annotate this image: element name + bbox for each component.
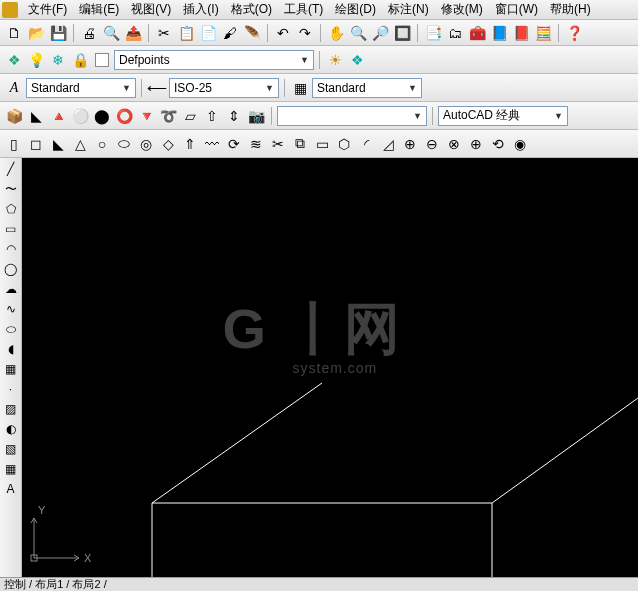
block-icon[interactable]: ▦ — [2, 360, 20, 378]
cut-icon[interactable]: ✂ — [154, 23, 174, 43]
revcloud-icon[interactable]: ☁ — [2, 280, 20, 298]
brush-icon[interactable]: 🪶 — [242, 23, 262, 43]
polysolid-icon[interactable]: ▯ — [4, 134, 24, 154]
intersect-icon[interactable]: ⊗ — [444, 134, 464, 154]
match-icon[interactable]: 🖌 — [220, 23, 240, 43]
imprint-icon[interactable]: ⬡ — [334, 134, 354, 154]
section-icon[interactable]: ⧉ — [290, 134, 310, 154]
menu-window[interactable]: 窗口(W) — [489, 0, 544, 20]
torus2-icon[interactable]: ◎ — [136, 134, 156, 154]
hatch-icon[interactable]: ▨ — [2, 400, 20, 418]
drawing-canvas[interactable]: G 丨网 system.com Y X — [22, 158, 638, 577]
freeze-icon[interactable]: ❄ — [48, 50, 68, 70]
zoom-realtime-icon[interactable]: 🔍 — [348, 23, 368, 43]
layer-color-icon[interactable] — [92, 50, 112, 70]
publish-icon[interactable]: 📤 — [123, 23, 143, 43]
layer-prev-icon[interactable]: ❖ — [347, 50, 367, 70]
bulb-icon[interactable]: 💡 — [26, 50, 46, 70]
polygon-icon[interactable]: ⬠ — [2, 200, 20, 218]
zoom-prev-icon[interactable]: 🔲 — [392, 23, 412, 43]
layer-combo[interactable]: Defpoints ▼ — [114, 50, 314, 70]
visual-style-icon[interactable]: ◉ — [510, 134, 530, 154]
subtract-icon[interactable]: ⊖ — [422, 134, 442, 154]
table-style-icon[interactable]: ▦ — [290, 78, 310, 98]
sheetset-icon[interactable]: 📘 — [489, 23, 509, 43]
text-style-combo[interactable]: Standard ▼ — [26, 78, 136, 98]
cylinder-icon[interactable]: ⬤ — [92, 106, 112, 126]
menu-tools[interactable]: 工具(T) — [278, 0, 329, 20]
plot-icon[interactable]: 🖨 — [79, 23, 99, 43]
union-icon[interactable]: ⊕ — [400, 134, 420, 154]
arc-icon[interactable]: ◠ — [2, 240, 20, 258]
zoom-window-icon[interactable]: 🔎 — [370, 23, 390, 43]
menu-insert[interactable]: 插入(I) — [177, 0, 224, 20]
point-icon[interactable]: · — [2, 380, 20, 398]
slice-icon[interactable]: ✂ — [268, 134, 288, 154]
tool-palettes-icon[interactable]: 🧰 — [467, 23, 487, 43]
revolve-icon[interactable]: ⟳ — [224, 134, 244, 154]
undo-icon[interactable]: ↶ — [273, 23, 293, 43]
menu-help[interactable]: 帮助(H) — [544, 0, 597, 20]
table-style-combo[interactable]: Standard ▼ — [312, 78, 422, 98]
helix-icon[interactable]: ➰ — [158, 106, 178, 126]
preview-icon[interactable]: 🔍 — [101, 23, 121, 43]
wedge-icon[interactable]: ◣ — [26, 106, 46, 126]
sphere2-icon[interactable]: ○ — [92, 134, 112, 154]
sphere-icon[interactable]: ⚪ — [70, 106, 90, 126]
box-icon[interactable]: 📦 — [4, 106, 24, 126]
menu-view[interactable]: 视图(V) — [125, 0, 177, 20]
rect-icon[interactable]: ▭ — [2, 220, 20, 238]
cone2-icon[interactable]: △ — [70, 134, 90, 154]
ucs-icon[interactable]: ⊕ — [466, 134, 486, 154]
layer-manager-icon[interactable]: ❖ — [4, 50, 24, 70]
mtext-icon[interactable]: A — [2, 480, 20, 498]
line-icon[interactable]: ╱ — [2, 160, 20, 178]
chamfer-icon[interactable]: ◿ — [378, 134, 398, 154]
text-style-icon[interactable]: A — [4, 78, 24, 98]
lock-icon[interactable]: 🔒 — [70, 50, 90, 70]
spline-icon[interactable]: ∿ — [2, 300, 20, 318]
wedge2-icon[interactable]: ◣ — [48, 134, 68, 154]
pyramid-icon[interactable]: 🔻 — [136, 106, 156, 126]
markup-icon[interactable]: 📕 — [511, 23, 531, 43]
ellipse-arc-icon[interactable]: ◖ — [2, 340, 20, 358]
3dorbit-icon[interactable]: ⟲ — [488, 134, 508, 154]
ellipse-icon[interactable]: ⬭ — [2, 320, 20, 338]
sweep-icon[interactable]: 〰 — [202, 134, 222, 154]
copy-icon[interactable]: 📋 — [176, 23, 196, 43]
cone-icon[interactable]: 🔺 — [48, 106, 68, 126]
new-icon[interactable]: 🗋 — [4, 23, 24, 43]
save-icon[interactable]: 💾 — [48, 23, 68, 43]
menu-format[interactable]: 格式(O) — [225, 0, 278, 20]
menu-dimension[interactable]: 标注(N) — [382, 0, 435, 20]
fillet-icon[interactable]: ◜ — [356, 134, 376, 154]
pyr2-icon[interactable]: ◇ — [158, 134, 178, 154]
presspull-icon[interactable]: ⇕ — [224, 106, 244, 126]
region-icon[interactable]: ▧ — [2, 440, 20, 458]
paste-icon[interactable]: 📄 — [198, 23, 218, 43]
table-icon[interactable]: ▦ — [2, 460, 20, 478]
loft-icon[interactable]: ≋ — [246, 134, 266, 154]
calc-icon[interactable]: 🧮 — [533, 23, 553, 43]
torus-icon[interactable]: ⭕ — [114, 106, 134, 126]
menu-edit[interactable]: 编辑(E) — [73, 0, 125, 20]
properties-icon[interactable]: 📑 — [423, 23, 443, 43]
planar-icon[interactable]: ▱ — [180, 106, 200, 126]
menu-file[interactable]: 文件(F) — [22, 0, 73, 20]
help-icon[interactable]: ❓ — [564, 23, 584, 43]
box2-icon[interactable]: ◻ — [26, 134, 46, 154]
camera-icon[interactable]: 📷 — [246, 106, 266, 126]
layer-state-icon[interactable]: ☀ — [325, 50, 345, 70]
pan-icon[interactable]: ✋ — [326, 23, 346, 43]
extrude2-icon[interactable]: ⇑ — [180, 134, 200, 154]
extrude-icon[interactable]: ⇧ — [202, 106, 222, 126]
menu-draw[interactable]: 绘图(D) — [329, 0, 382, 20]
dim-style-combo[interactable]: ISO-25 ▼ — [169, 78, 279, 98]
workspace-combo[interactable]: AutoCAD 经典 ▼ — [438, 106, 568, 126]
menu-modify[interactable]: 修改(M) — [435, 0, 489, 20]
open-icon[interactable]: 📂 — [26, 23, 46, 43]
dim-style-icon[interactable]: ⟵ — [147, 78, 167, 98]
design-center-icon[interactable]: 🗂 — [445, 23, 465, 43]
redo-icon[interactable]: ↷ — [295, 23, 315, 43]
cyl2-icon[interactable]: ⬭ — [114, 134, 134, 154]
